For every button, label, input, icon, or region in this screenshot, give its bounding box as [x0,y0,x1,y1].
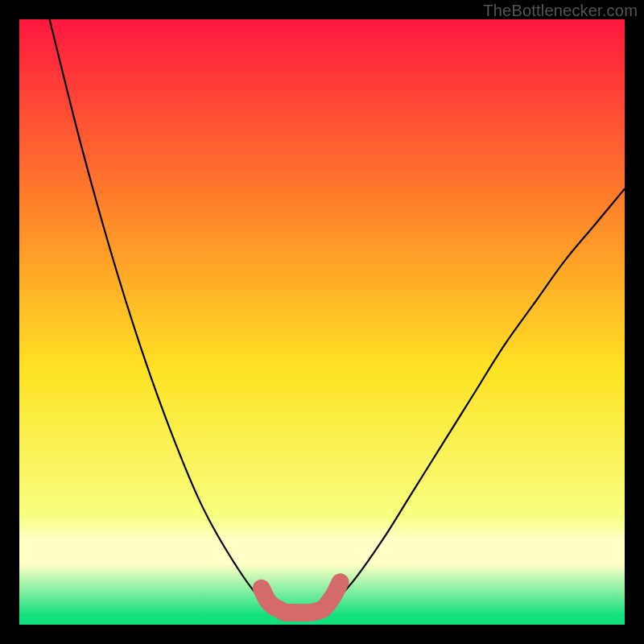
attribution-label: TheBottlenecker.com [483,2,638,20]
plot-area [19,19,625,625]
chart-outer-frame: TheBottlenecker.com [0,0,644,644]
bottleneck-curve-chart [19,19,625,625]
optimum-marker-segment [328,582,341,603]
gradient-background [19,19,625,625]
